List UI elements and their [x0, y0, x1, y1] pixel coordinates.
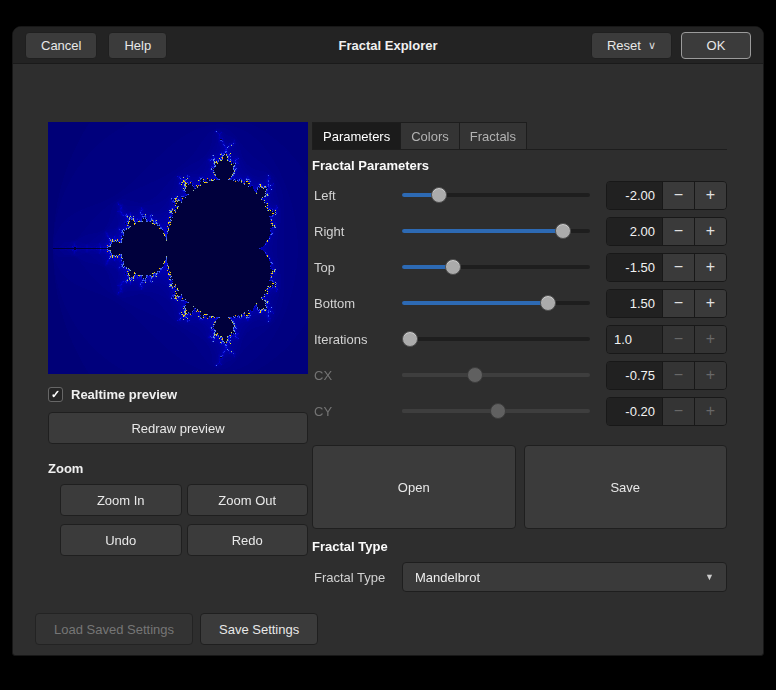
slider-handle[interactable] [431, 187, 447, 203]
bottom-value-input[interactable]: 1.50 [607, 290, 662, 317]
iterations-label: Iterations [312, 332, 402, 347]
slider-handle[interactable] [555, 223, 571, 239]
minus-icon: − [662, 326, 694, 353]
cx-slider [402, 366, 590, 384]
zoom-out-button[interactable]: Zoom Out [187, 484, 309, 516]
right-slider[interactable] [402, 222, 590, 240]
param-row-top: Top -1.50 − + [312, 249, 727, 285]
zoom-heading: Zoom [48, 461, 308, 476]
preview-column: ✓ Realtime preview Redraw preview Zoom Z… [48, 122, 308, 592]
cancel-button[interactable]: Cancel [25, 32, 97, 59]
slider-handle [490, 403, 506, 419]
param-row-left: Left -2.00 − + [312, 177, 727, 213]
plus-icon[interactable]: + [694, 218, 726, 245]
zoom-in-button[interactable]: Zoom In [60, 484, 182, 516]
plus-icon: + [694, 326, 726, 353]
dialog-content: ✓ Realtime preview Redraw preview Zoom Z… [13, 64, 763, 656]
minus-icon: − [662, 398, 694, 425]
fractal-type-heading: Fractal Type [312, 539, 727, 554]
cx-label: CX [312, 368, 402, 383]
fractal-type-selected-value: Mandelbrot [415, 570, 480, 585]
save-fractal-button[interactable]: Save [524, 445, 728, 529]
left-label: Left [312, 188, 402, 203]
plus-icon[interactable]: + [694, 254, 726, 281]
save-settings-button[interactable]: Save Settings [200, 613, 318, 645]
param-row-bottom: Bottom 1.50 − + [312, 285, 727, 321]
bottom-label: Bottom [312, 296, 402, 311]
top-value-input[interactable]: -1.50 [607, 254, 662, 281]
iterations-value-input[interactable]: 1.0 [607, 326, 662, 353]
help-button[interactable]: Help [108, 32, 167, 59]
tab-colors[interactable]: Colors [401, 122, 460, 149]
right-label: Right [312, 224, 402, 239]
dropdown-arrow-icon: ▼ [705, 572, 714, 582]
tab-bar: Parameters Colors Fractals [312, 122, 727, 150]
cy-label: CY [312, 404, 402, 419]
minus-icon[interactable]: − [662, 182, 694, 209]
fractal-type-label: Fractal Type [312, 570, 402, 585]
ok-button[interactable]: OK [681, 32, 751, 59]
undo-button[interactable]: Undo [60, 524, 182, 556]
minus-icon[interactable]: − [662, 254, 694, 281]
reset-label: Reset [607, 38, 641, 53]
slider-track [402, 301, 590, 305]
minus-icon[interactable]: − [662, 290, 694, 317]
iterations-slider[interactable] [402, 330, 590, 348]
top-slider[interactable] [402, 258, 590, 276]
plus-icon[interactable]: + [694, 182, 726, 209]
fractal-explorer-dialog: Cancel Help Fractal Explorer Reset ∨ OK … [12, 26, 764, 656]
reset-button[interactable]: Reset ∨ [591, 32, 672, 59]
plus-icon: + [694, 362, 726, 389]
redo-button[interactable]: Redo [187, 524, 309, 556]
cx-value-input: -0.75 [607, 362, 662, 389]
realtime-checkbox-label: Realtime preview [71, 387, 177, 402]
fractal-parameters-heading: Fractal Parameters [312, 158, 727, 173]
param-row-cy: CY -0.20 − + [312, 393, 727, 429]
slider-handle[interactable] [540, 295, 556, 311]
settings-column: Parameters Colors Fractals Fractal Param… [312, 122, 727, 592]
param-row-right: Right 2.00 − + [312, 213, 727, 249]
param-row-cx: CX -0.75 − + [312, 357, 727, 393]
left-value-input[interactable]: -2.00 [607, 182, 662, 209]
load-saved-settings-button: Load Saved Settings [35, 613, 193, 645]
plus-icon[interactable]: + [694, 290, 726, 317]
fractal-type-select[interactable]: Mandelbrot ▼ [402, 562, 727, 592]
slider-track [402, 265, 590, 269]
slider-track [402, 373, 590, 377]
cy-value-input: -0.20 [607, 398, 662, 425]
left-slider[interactable] [402, 186, 590, 204]
slider-track [402, 193, 590, 197]
right-value-input[interactable]: 2.00 [607, 218, 662, 245]
minus-icon: − [662, 362, 694, 389]
tab-fractals[interactable]: Fractals [460, 122, 527, 149]
top-label: Top [312, 260, 402, 275]
redraw-preview-button[interactable]: Redraw preview [48, 412, 308, 444]
bottom-slider[interactable] [402, 294, 590, 312]
minus-icon[interactable]: − [662, 218, 694, 245]
realtime-checkbox[interactable]: ✓ [48, 387, 63, 402]
tab-parameters[interactable]: Parameters [312, 122, 401, 149]
screen: Cancel Help Fractal Explorer Reset ∨ OK … [0, 0, 776, 690]
plus-icon: + [694, 398, 726, 425]
fractal-preview [48, 122, 308, 374]
open-fractal-button[interactable]: Open [312, 445, 516, 529]
param-row-iterations: Iterations 1.0 − + [312, 321, 727, 357]
cy-slider [402, 402, 590, 420]
slider-handle[interactable] [402, 331, 418, 347]
chevron-down-icon: ∨ [648, 39, 656, 52]
slider-handle[interactable] [445, 259, 461, 275]
titlebar: Cancel Help Fractal Explorer Reset ∨ OK [13, 27, 763, 64]
footer: Load Saved Settings Save Settings [35, 613, 318, 645]
slider-track [402, 337, 590, 341]
slider-handle [467, 367, 483, 383]
